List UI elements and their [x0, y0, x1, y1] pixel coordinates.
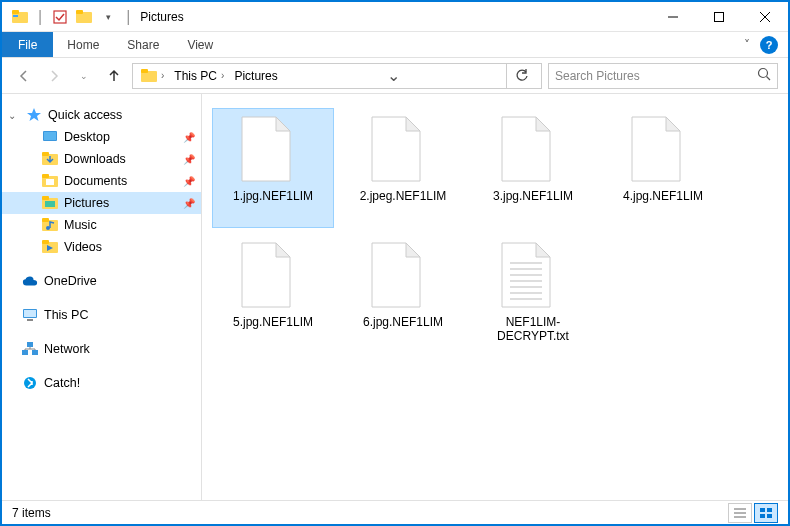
address-dropdown-icon[interactable]: ⌄ — [381, 66, 406, 85]
text-file-icon — [498, 241, 568, 311]
pin-icon: 📌 — [183, 176, 195, 187]
sidebar-item-label: OneDrive — [44, 274, 97, 288]
svg-rect-33 — [22, 350, 28, 355]
svg-rect-25 — [42, 218, 49, 222]
file-item[interactable]: 6.jpg.NEF1LIM — [342, 234, 464, 354]
sidebar-catch[interactable]: Catch! — [2, 372, 201, 394]
computer-icon — [22, 307, 38, 323]
recent-dropdown[interactable]: ⌄ — [72, 64, 96, 88]
sidebar-item-desktop[interactable]: Desktop📌 — [2, 126, 201, 148]
breadcrumb-thispc[interactable]: This PC › — [170, 69, 228, 83]
svg-point-35 — [24, 377, 36, 389]
chevron-down-icon[interactable]: ⌄ — [8, 110, 20, 121]
breadcrumb[interactable]: › This PC › Pictures ⌄ — [132, 63, 542, 89]
explorer-icon — [10, 7, 30, 27]
window-title: Pictures — [140, 10, 183, 24]
svg-rect-17 — [42, 152, 49, 156]
catch-icon — [22, 375, 38, 391]
main-area: ⌄ Quick access Desktop📌Downloads📌Documen… — [2, 94, 788, 500]
quick-access-toolbar: | ▾ | — [10, 7, 134, 27]
chevron-right-icon: › — [161, 70, 164, 81]
folder-icon — [42, 151, 58, 167]
separator: | — [38, 8, 42, 26]
sidebar-thispc[interactable]: This PC — [2, 304, 201, 326]
close-button[interactable] — [742, 2, 788, 32]
file-name: 3.jpg.NEF1LIM — [477, 189, 589, 203]
svg-rect-15 — [44, 132, 56, 140]
svg-rect-32 — [27, 342, 33, 347]
star-icon — [26, 107, 42, 123]
maximize-button[interactable] — [696, 2, 742, 32]
tab-share[interactable]: Share — [113, 32, 173, 57]
blank-file-icon — [238, 241, 308, 311]
pin-icon: 📌 — [183, 132, 195, 143]
forward-button[interactable] — [42, 64, 66, 88]
tab-view[interactable]: View — [173, 32, 227, 57]
file-item[interactable]: NEF1LIM-DECRYPT.txt — [472, 234, 594, 354]
svg-rect-31 — [27, 319, 33, 321]
folder-icon — [42, 129, 58, 145]
breadcrumb-pictures[interactable]: Pictures — [230, 69, 281, 83]
sidebar-item-downloads[interactable]: Downloads📌 — [2, 148, 201, 170]
refresh-button[interactable] — [506, 64, 537, 88]
blank-file-icon — [628, 115, 698, 185]
help-icon[interactable]: ? — [760, 36, 778, 54]
sidebar-onedrive[interactable]: OneDrive — [2, 270, 201, 292]
network-icon — [22, 341, 38, 357]
file-item[interactable]: 3.jpg.NEF1LIM — [472, 108, 594, 228]
blank-file-icon — [368, 115, 438, 185]
folder-icon — [42, 173, 58, 189]
navigation-pane: ⌄ Quick access Desktop📌Downloads📌Documen… — [2, 94, 202, 500]
svg-rect-46 — [760, 508, 765, 512]
search-icon[interactable] — [757, 67, 771, 85]
ribbon-expand-icon[interactable]: ˅ — [744, 38, 750, 52]
back-button[interactable] — [12, 64, 36, 88]
sidebar-quick-access[interactable]: ⌄ Quick access — [2, 104, 201, 126]
qat-dropdown-icon[interactable] — [74, 7, 94, 27]
ribbon-tabs: File Home Share View ˅ ? — [2, 32, 788, 58]
title-bar: | ▾ | Pictures — [2, 2, 788, 32]
sidebar-item-documents[interactable]: Documents📌 — [2, 170, 201, 192]
file-item[interactable]: 4.jpg.NEF1LIM — [602, 108, 724, 228]
up-button[interactable] — [102, 64, 126, 88]
svg-rect-22 — [42, 196, 49, 200]
icons-view-button[interactable] — [754, 503, 778, 523]
search-input[interactable] — [555, 69, 757, 83]
file-tab[interactable]: File — [2, 32, 53, 57]
sidebar-item-label: Catch! — [44, 376, 80, 390]
svg-rect-19 — [42, 174, 49, 178]
file-name: NEF1LIM-DECRYPT.txt — [477, 315, 589, 344]
svg-rect-28 — [42, 240, 49, 244]
separator: | — [126, 8, 130, 26]
sidebar-item-pictures[interactable]: Pictures📌 — [2, 192, 201, 214]
sidebar-item-label: Downloads — [64, 152, 126, 166]
sidebar-item-label: Videos — [64, 240, 102, 254]
minimize-button[interactable] — [650, 2, 696, 32]
svg-rect-1 — [12, 10, 19, 14]
search-box[interactable] — [548, 63, 778, 89]
sidebar-item-label: Desktop — [64, 130, 110, 144]
sidebar-item-music[interactable]: Music — [2, 214, 201, 236]
file-item[interactable]: 5.jpg.NEF1LIM — [212, 234, 334, 354]
details-view-button[interactable] — [728, 503, 752, 523]
pin-icon: 📌 — [183, 198, 195, 209]
sidebar-item-label: Quick access — [48, 108, 122, 122]
sidebar-item-label: This PC — [44, 308, 88, 322]
sidebar-item-videos[interactable]: Videos — [2, 236, 201, 258]
svg-rect-30 — [24, 310, 36, 317]
file-item[interactable]: 2.jpeg.NEF1LIM — [342, 108, 464, 228]
chevron-down-icon[interactable]: ▾ — [98, 7, 118, 27]
sidebar-item-label: Documents — [64, 174, 127, 188]
svg-rect-3 — [54, 11, 66, 23]
file-item[interactable]: 1.jpg.NEF1LIM — [212, 108, 334, 228]
sidebar-item-label: Network — [44, 342, 90, 356]
breadcrumb-root-icon[interactable]: › — [137, 69, 168, 83]
status-bar: 7 items — [2, 500, 788, 524]
file-name: 2.jpeg.NEF1LIM — [347, 189, 459, 203]
file-grid[interactable]: 1.jpg.NEF1LIM2.jpeg.NEF1LIM3.jpg.NEF1LIM… — [202, 94, 788, 500]
sidebar-network[interactable]: Network — [2, 338, 201, 360]
tab-home[interactable]: Home — [53, 32, 113, 57]
cloud-icon — [22, 273, 38, 289]
properties-icon[interactable] — [50, 7, 70, 27]
svg-line-13 — [767, 76, 771, 80]
